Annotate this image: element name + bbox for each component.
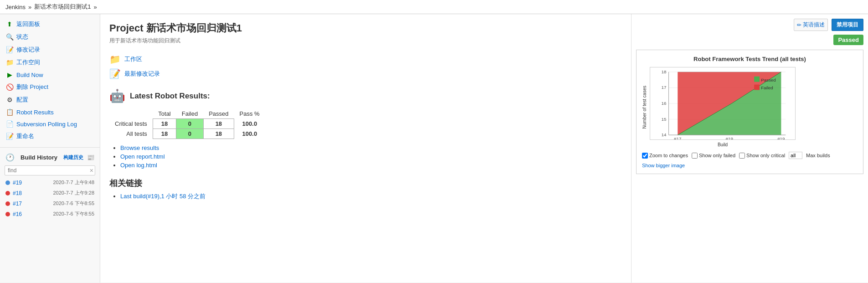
sidebar: ⬆ 返回面板 🔍 状态 📝 修改记录 📁 工作空间 ▶ Build Now 🚫 …	[0, 14, 100, 283]
rss-icon[interactable]: 📰	[87, 154, 94, 161]
workspace-link[interactable]: 工作区	[124, 55, 142, 63]
row-total-critical: 18	[153, 119, 176, 129]
disable-project-button[interactable]: 禁用项目	[832, 19, 863, 31]
show-only-critical-text: Show only critical	[746, 153, 785, 158]
latest-changes-link[interactable]: 最新修改记录	[124, 70, 160, 78]
chart-area: 18 17 16 15 14	[650, 67, 796, 147]
list-item: Last build(#19),1 小时 58 分之前	[120, 192, 622, 201]
file-icon: 📝	[109, 68, 121, 79]
svg-text:#19: #19	[726, 136, 734, 140]
related-links-section: 相关链接 Last build(#19),1 小时 58 分之前	[109, 178, 622, 201]
build-status-dot	[5, 201, 10, 206]
svg-text:16: 16	[662, 101, 667, 106]
build-time: 2020-7-6 下午8:55	[53, 200, 95, 207]
row-pct-all: 100.0	[234, 129, 265, 139]
row-failed-critical: 0	[176, 119, 203, 129]
chart-title: Robot Framework Tests Trend (all tests)	[642, 56, 858, 62]
sidebar-label-build-now[interactable]: Build Now	[16, 72, 43, 78]
sidebar-item-configure[interactable]: ⚙ 配置	[0, 93, 100, 106]
sidebar-label-robot-results[interactable]: Robot Results	[16, 109, 54, 116]
show-only-failed-label[interactable]: Show only failed	[692, 153, 735, 159]
build-history-actions: 构建历史 📰	[63, 154, 94, 161]
arrow-up-icon: ⬆	[5, 21, 14, 28]
build-link[interactable]: #18	[13, 190, 22, 196]
sidebar-label-configure[interactable]: 配置	[16, 96, 28, 104]
build-link[interactable]: #16	[13, 211, 22, 217]
zoom-to-changes-checkbox[interactable]	[642, 153, 648, 159]
legend-passed-box	[754, 77, 760, 82]
sidebar-label-subversion-polling-log[interactable]: Subversion Polling Log	[16, 121, 77, 128]
sidebar-label-workspace[interactable]: 工作空间	[16, 58, 40, 67]
project-subtitle: 用于新话术市场功能回归测试	[109, 37, 622, 45]
list-item: #16 2020-7-6 下午8:55	[0, 209, 100, 219]
build-history-section: 🕐 Build History 构建历史 📰 × #19 2020-7-7 上午…	[0, 147, 100, 219]
list-item: Browse results	[120, 144, 622, 151]
show-only-failed-checkbox[interactable]	[692, 153, 698, 159]
sidebar-item-status[interactable]: 🔍 状态	[0, 31, 100, 43]
sidebar-item-robot-results[interactable]: 📋 Robot Results	[0, 106, 100, 118]
search-input[interactable]	[5, 165, 95, 175]
sidebar-label-status[interactable]: 状态	[16, 33, 28, 41]
breadcrumb-jenkins[interactable]: Jenkins	[5, 4, 26, 10]
table-row: Critical tests 18 0 18 100.0	[109, 119, 265, 129]
list-item: #17 2020-7-6 下午8:55	[0, 198, 100, 209]
browse-results-link[interactable]: Browse results	[120, 144, 159, 151]
show-bigger-image-link[interactable]: Show bigger image	[642, 163, 685, 168]
breadcrumb-sep1: »	[28, 4, 31, 10]
zoom-to-changes-label[interactable]: Zoom to changes	[642, 153, 688, 159]
edit-description-label: 英语描述	[803, 21, 825, 29]
sidebar-label-rename[interactable]: 重命名	[16, 132, 34, 140]
workspace-link-item: 📁 工作区	[109, 54, 622, 65]
folder-icon: 📁	[109, 54, 121, 65]
results-table: Total Failed Passed Pass % Critical test…	[109, 109, 265, 139]
related-links-list: Last build(#19),1 小时 58 分之前	[109, 192, 622, 201]
gear-icon: ⚙	[5, 96, 14, 103]
sidebar-item-back[interactable]: ⬆ 返回面板	[0, 18, 100, 31]
build-link[interactable]: #19	[13, 180, 22, 186]
row-label-all: All tests	[109, 129, 153, 139]
last-build-link[interactable]: Last build(#19),1 小时 58 分之前	[120, 193, 205, 200]
build-history-cn-link[interactable]: 构建历史	[63, 154, 83, 161]
folder-icon: 📁	[5, 59, 14, 66]
sidebar-label-delete-project[interactable]: 删除 Project	[16, 83, 48, 91]
passed-badge-container: Passed	[636, 35, 863, 45]
sidebar-label-change-record[interactable]: 修改记录	[16, 46, 40, 54]
sidebar-item-rename[interactable]: 📝 重命名	[0, 130, 100, 143]
workspace-links: 📁 工作区 📝 最新修改记录	[109, 54, 622, 79]
edit-description-button[interactable]: ✏ 英语描述	[794, 19, 828, 31]
col-header-pass-pct: Pass %	[234, 109, 265, 119]
list-item: #19 2020-7-7 上午9:48	[0, 177, 100, 188]
chart-section: Robot Framework Tests Trend (all tests) …	[636, 50, 863, 174]
open-report-link[interactable]: Open report.html	[120, 153, 165, 160]
max-builds-input[interactable]	[789, 152, 802, 159]
show-only-critical-label[interactable]: Show only critical	[739, 153, 785, 159]
sidebar-item-workspace[interactable]: 📁 工作空间	[0, 56, 100, 69]
search-icon: 🔍	[5, 33, 14, 41]
open-log-link[interactable]: Open log.html	[120, 162, 157, 169]
no-icon: 🚫	[5, 83, 14, 91]
svg-text:18: 18	[662, 69, 667, 74]
build-link[interactable]: #17	[13, 201, 22, 207]
row-pct-critical: 100.0	[234, 119, 265, 129]
breadcrumb-project[interactable]: 新话术市场回归测试1	[34, 3, 91, 11]
clipboard-icon: 📋	[5, 108, 14, 116]
chart-controls: Zoom to changes Show only failed Show on…	[642, 152, 858, 168]
legend-failed-box	[754, 85, 760, 90]
svg-text:15: 15	[662, 117, 667, 122]
build-time: 2020-7-6 下午8:55	[53, 211, 95, 217]
build-history-header: 🕐 Build History 构建历史 📰	[0, 151, 100, 164]
clear-search-button[interactable]: ×	[90, 167, 93, 174]
sidebar-item-delete-project[interactable]: 🚫 删除 Project	[0, 81, 100, 93]
sidebar-item-change-record[interactable]: 📝 修改记录	[0, 43, 100, 56]
document-icon: 📄	[5, 120, 14, 128]
show-only-critical-checkbox[interactable]	[739, 153, 745, 159]
status-badge: Passed	[833, 35, 863, 45]
build-history-icon: 🕐	[5, 153, 15, 162]
col-header-total: Total	[153, 109, 176, 119]
sidebar-item-build-now[interactable]: ▶ Build Now	[0, 69, 100, 81]
sidebar-item-subversion-polling-log[interactable]: 📄 Subversion Polling Log	[0, 118, 100, 130]
svg-text:#19: #19	[777, 136, 785, 140]
build-search: ×	[5, 165, 95, 175]
legend-failed-label: Failed	[761, 85, 773, 90]
sidebar-label-back[interactable]: 返回面板	[16, 20, 40, 28]
